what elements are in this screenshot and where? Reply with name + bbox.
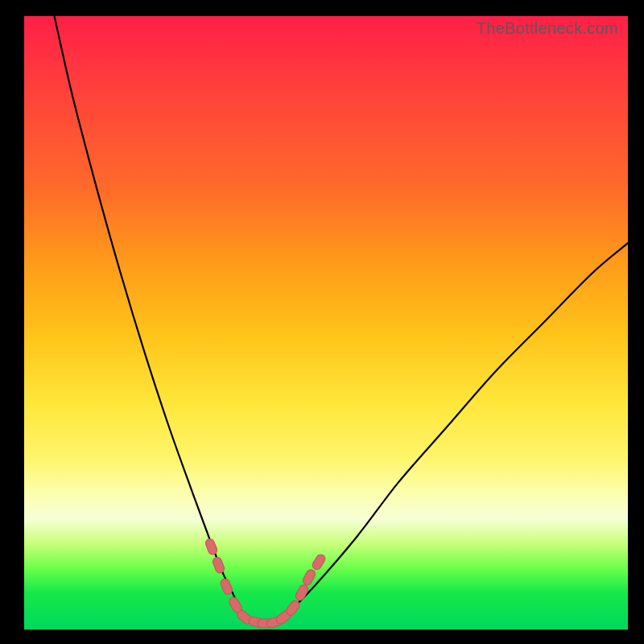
curve-markers: [204, 538, 327, 630]
chart-frame: TheBottleneck.com: [0, 0, 644, 644]
curve-marker: [311, 553, 327, 572]
plot-area: TheBottleneck.com: [24, 16, 628, 630]
bottleneck-curve: [55, 16, 629, 623]
curve-marker: [204, 538, 219, 556]
curve-marker: [212, 556, 225, 575]
bottleneck-curve-svg: [24, 16, 628, 630]
curve-marker: [294, 584, 309, 602]
curve-marker: [219, 577, 233, 596]
curve-marker: [301, 568, 316, 587]
